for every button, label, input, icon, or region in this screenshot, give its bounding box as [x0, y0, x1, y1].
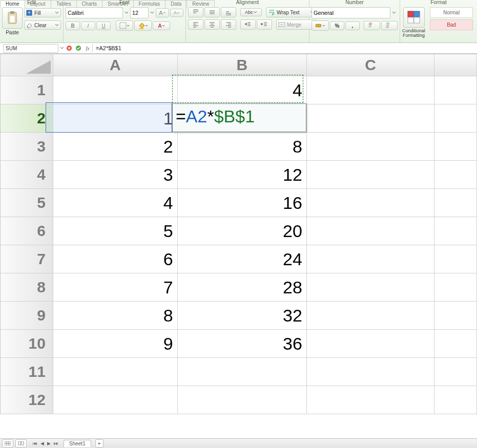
font-name-input[interactable]	[66, 7, 123, 18]
underline-button[interactable]: U	[96, 22, 111, 30]
row-header[interactable]: 3	[1, 133, 53, 161]
cell[interactable]	[306, 358, 434, 386]
paste-button[interactable]	[2, 7, 23, 29]
font-size-input[interactable]	[130, 7, 149, 18]
align-left-button[interactable]	[188, 19, 203, 30]
cell[interactable]: 28	[177, 273, 306, 302]
decrease-decimal-button[interactable]: .00.0	[381, 21, 398, 30]
cell[interactable]	[434, 245, 477, 273]
confirm-edit-button[interactable]	[74, 44, 82, 52]
cell[interactable]: 4	[177, 76, 306, 104]
prev-sheet-button[interactable]: ◀	[39, 441, 45, 446]
add-sheet-button[interactable]: +	[95, 439, 103, 447]
cell[interactable]	[434, 189, 477, 217]
increase-decimal-button[interactable]: .0.00	[364, 21, 380, 30]
cancel-edit-button[interactable]	[65, 44, 73, 52]
fill-button[interactable]: Fill	[24, 8, 61, 17]
cell[interactable]	[306, 133, 434, 161]
last-sheet-button[interactable]: ⏭	[53, 441, 59, 446]
cell[interactable]: 12	[177, 161, 306, 189]
normal-view-button[interactable]	[2, 439, 13, 447]
cell[interactable]: 24	[177, 245, 306, 273]
cell[interactable]: 3	[53, 161, 177, 189]
row-header[interactable]: 11	[1, 358, 53, 386]
wrap-text-button[interactable]: Wrap Text	[266, 7, 316, 17]
page-layout-view-button[interactable]	[15, 439, 27, 447]
align-bottom-button[interactable]	[221, 7, 236, 17]
cell[interactable]	[306, 104, 434, 133]
row-header[interactable]: 5	[1, 189, 53, 217]
increase-indent-button[interactable]	[257, 19, 272, 30]
align-middle-button[interactable]	[204, 7, 220, 17]
cell[interactable]	[306, 161, 434, 189]
select-all-corner[interactable]	[1, 54, 53, 76]
cell[interactable]	[434, 161, 477, 189]
col-header-c[interactable]: C	[306, 54, 434, 76]
cell-editor[interactable]: =A2*$B$1	[172, 103, 306, 132]
style-normal[interactable]: Normal	[430, 7, 473, 18]
cell[interactable]: 8	[53, 302, 177, 330]
next-sheet-button[interactable]: ▶	[46, 441, 52, 446]
row-header[interactable]: 2	[1, 104, 53, 133]
cell[interactable]: 32	[177, 302, 306, 330]
italic-button[interactable]: I	[81, 22, 95, 30]
first-sheet-button[interactable]: ⏮	[32, 441, 38, 446]
cell[interactable]	[434, 330, 477, 358]
shrink-font-button[interactable]: A	[170, 9, 183, 17]
col-header-d[interactable]	[434, 54, 477, 76]
chevron-down-icon[interactable]	[59, 44, 65, 52]
cell[interactable]	[306, 189, 434, 217]
cell[interactable]	[434, 104, 477, 133]
cell[interactable]: 16	[177, 189, 306, 217]
orientation-button[interactable]: Abc	[240, 8, 262, 16]
align-center-button[interactable]	[204, 19, 220, 30]
align-top-button[interactable]	[188, 7, 203, 17]
conditional-formatting-button[interactable]	[403, 7, 425, 28]
percent-button[interactable]: %	[330, 22, 344, 30]
cell[interactable]	[306, 386, 434, 414]
currency-button[interactable]	[312, 20, 329, 31]
cell[interactable]	[434, 386, 477, 414]
name-box[interactable]: SUM	[3, 44, 58, 53]
formula-text[interactable]: =A2*$B$1	[96, 45, 121, 51]
clear-button[interactable]: Clear	[24, 20, 61, 30]
row-header[interactable]: 10	[1, 330, 53, 358]
cell[interactable]: 36	[177, 330, 306, 358]
borders-button[interactable]	[116, 20, 133, 31]
chevron-down-icon[interactable]	[391, 8, 397, 17]
fill-color-button[interactable]	[134, 20, 152, 31]
cell[interactable]	[306, 217, 434, 245]
col-header-b[interactable]: B	[177, 54, 306, 76]
chevron-down-icon[interactable]	[150, 8, 155, 17]
cell[interactable]: 9	[53, 330, 177, 358]
cell[interactable]: 4	[53, 189, 177, 217]
cell[interactable]	[434, 358, 477, 386]
cell[interactable]: 8	[177, 133, 306, 161]
cell[interactable]: 7	[53, 273, 177, 302]
row-header[interactable]: 9	[1, 302, 53, 330]
row-header[interactable]: 12	[1, 386, 53, 414]
decrease-indent-button[interactable]	[240, 19, 256, 30]
row-header[interactable]: 6	[1, 217, 53, 245]
bold-button[interactable]: B	[66, 22, 80, 30]
sheet-tab-1[interactable]: Sheet1	[64, 440, 91, 447]
cell[interactable]	[53, 386, 177, 414]
cell[interactable]	[177, 358, 306, 386]
row-header[interactable]: 7	[1, 245, 53, 273]
cell[interactable]: 1	[53, 104, 177, 133]
cell[interactable]: 2	[53, 133, 177, 161]
style-bad[interactable]: Bad	[430, 19, 473, 30]
align-right-button[interactable]	[221, 19, 236, 30]
cell[interactable]	[434, 76, 477, 104]
cell[interactable]	[434, 302, 477, 330]
cell[interactable]	[53, 76, 177, 104]
grow-font-button[interactable]: A	[156, 8, 169, 17]
cell[interactable]: 5	[53, 217, 177, 245]
row-header[interactable]: 1	[1, 76, 53, 104]
cell[interactable]	[306, 330, 434, 358]
cell[interactable]	[434, 217, 477, 245]
comma-style-button[interactable]: ,	[345, 22, 360, 30]
chevron-down-icon[interactable]	[124, 8, 129, 17]
cell[interactable]	[306, 245, 434, 273]
row-header[interactable]: 8	[1, 273, 53, 302]
